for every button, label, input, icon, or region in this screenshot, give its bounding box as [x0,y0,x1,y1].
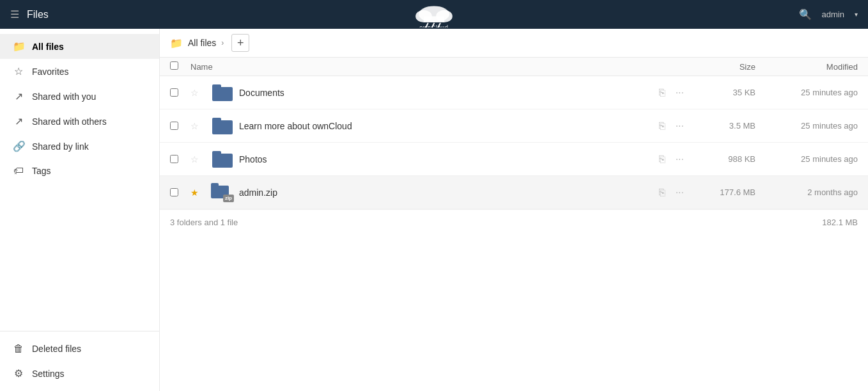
file-actions: ⎘ ··· [656,184,686,201]
more-action-button[interactable]: ··· [673,118,686,134]
folder-icon: 📁 [13,40,24,52]
file-checkbox[interactable] [170,88,178,97]
file-modified: 25 minutes ago [756,154,858,164]
link-icon: 🔗 [13,140,24,152]
more-action-button[interactable]: ··· [673,84,686,101]
share-in-icon: ↗ [13,90,24,102]
file-icon-wrap [211,84,234,101]
select-all-checkbox[interactable] [170,61,178,70]
topbar: ☰ Files ownCloud 🔍 admin ▾ [0,0,868,29]
share-out-icon: ↗ [13,115,24,127]
topbar-left: ☰ Files [10,8,49,20]
file-size: 3.5 MB [692,121,756,131]
file-modified: 2 months ago [756,188,858,197]
topbar-right: 🔍 admin ▾ [799,8,858,20]
app-title: Files [27,9,49,20]
more-action-button[interactable]: ··· [673,184,686,201]
sidebar-label-shared-with-you: Shared with you [32,92,96,102]
hamburger-icon[interactable]: ☰ [10,8,19,20]
file-name[interactable]: Photos [239,154,656,164]
checkbox-cell [170,188,190,196]
header-size: Size [679,62,756,72]
admin-dropdown-caret[interactable]: ▾ [855,11,858,18]
breadcrumb-chevron: › [221,38,224,47]
sidebar: 📁 All files ☆ Favorites ↗ Shared with yo… [0,29,160,391]
svg-text:ownCloud: ownCloud [419,24,449,28]
new-button[interactable]: + [231,34,249,52]
checkbox-cell [170,88,190,97]
file-list-footer: 3 folders and 1 file 182.1 MB [160,209,868,235]
file-checkbox[interactable] [170,122,178,130]
sidebar-item-deleted-files[interactable]: 🗑 Deleted files [0,337,159,361]
checkbox-cell [170,122,190,130]
zip-file-icon: zip [211,183,234,202]
folder-file-icon [212,151,233,168]
sidebar-label-favorites: Favorites [32,67,69,77]
file-actions: ⎘ ··· [656,118,686,134]
folder-file-icon [212,84,233,101]
sidebar-item-shared-by-link[interactable]: 🔗 Shared by link [0,134,159,159]
file-size: 177.6 MB [692,188,756,197]
star-button[interactable]: ★ [190,188,206,198]
breadcrumb: All files [188,38,216,48]
file-actions: ⎘ ··· [656,84,686,101]
file-size: 35 KB [692,88,756,97]
share-action-button[interactable]: ⎘ [656,151,668,168]
sidebar-item-shared-with-you[interactable]: ↗ Shared with you [0,84,159,109]
share-action-button[interactable]: ⎘ [656,84,668,101]
tag-icon: 🏷 [13,165,24,177]
table-row: ☆ Learn more about ownCloud ⎘ ··· 3.5 MB… [160,109,868,143]
admin-menu[interactable]: admin [822,10,844,19]
star-button[interactable]: ☆ [190,88,206,98]
svg-rect-3 [424,16,444,22]
table-row: ☆ Photos ⎘ ··· 988 KB 25 minutes ago [160,143,868,176]
more-action-button[interactable]: ··· [673,151,686,168]
sidebar-item-tags[interactable]: 🏷 Tags [0,159,159,183]
content-area: 📁 All files › + Name Size Modified [160,29,868,391]
file-modified: 25 minutes ago [756,121,858,131]
breadcrumb-folder-icon: 📁 [170,37,183,49]
table-row: ☆ Documents ⎘ ··· 35 KB 25 minutes ago [160,76,868,109]
file-icon-wrap [211,151,234,168]
header-name: Name [190,62,628,72]
folder-file-icon [212,118,233,134]
sidebar-label-all-files: All files [32,42,64,52]
header-modified: Modified [756,62,858,72]
sidebar-item-shared-with-others[interactable]: ↗ Shared with others [0,109,159,134]
star-button[interactable]: ☆ [190,121,206,131]
file-list-header: Name Size Modified [160,58,868,76]
sidebar-label-shared-with-others: Shared with others [32,116,107,127]
table-row: ★ zip admin.zip ⎘ ··· 177.6 MB 2 months … [160,176,868,209]
file-count-summary: 3 folders and 1 file [170,218,238,227]
sidebar-label-deleted-files: Deleted files [32,344,81,354]
star-button[interactable]: ☆ [190,154,206,164]
file-actions: ⎘ ··· [656,151,686,168]
share-action-button[interactable]: ⎘ [656,184,668,201]
file-name[interactable]: Learn more about ownCloud [239,121,656,131]
file-name[interactable]: admin.zip [239,188,656,198]
sidebar-nav: 📁 All files ☆ Favorites ↗ Shared with yo… [0,29,159,331]
sidebar-item-all-files[interactable]: 📁 All files [0,34,159,59]
header-checkbox-cell [170,61,190,72]
file-checkbox[interactable] [170,188,178,196]
file-modified: 25 minutes ago [756,88,858,97]
sidebar-label-settings: Settings [32,369,65,379]
checkbox-cell [170,155,190,163]
share-action-button[interactable]: ⎘ [656,118,668,134]
file-size: 988 KB [692,154,756,164]
sidebar-item-settings[interactable]: ⚙ Settings [0,361,159,386]
file-list: Name Size Modified ☆ Documents ⎘ ··· [160,58,868,391]
main-layout: 📁 All files ☆ Favorites ↗ Shared with yo… [0,29,868,391]
sidebar-label-tags: Tags [32,166,51,176]
search-icon[interactable]: 🔍 [799,8,812,20]
owncloud-logo: ownCloud [402,2,466,28]
file-icon-wrap [211,118,234,134]
trash-icon: 🗑 [13,343,24,355]
sidebar-item-favorites[interactable]: ☆ Favorites [0,59,159,84]
gear-icon: ⚙ [13,367,24,379]
file-name[interactable]: Documents [239,88,656,98]
file-checkbox[interactable] [170,155,178,163]
total-size: 182.1 MB [822,218,858,227]
breadcrumb-bar: 📁 All files › + [160,29,868,58]
star-icon: ☆ [13,65,24,77]
